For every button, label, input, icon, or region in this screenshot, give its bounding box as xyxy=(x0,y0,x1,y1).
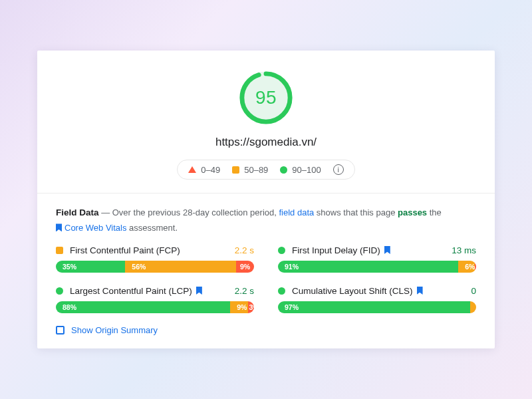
legend-good-label: 90–100 xyxy=(292,165,321,175)
dist-segment-r: 3% xyxy=(475,261,476,273)
metric-value: 0 xyxy=(471,286,476,296)
metric-value: 2.2 s xyxy=(235,245,254,255)
dist-segment-r: 9% xyxy=(236,261,254,273)
field-data-title: Field Data xyxy=(56,207,99,217)
circle-icon xyxy=(56,287,63,295)
score-value: 95 xyxy=(237,69,295,126)
square-icon xyxy=(56,247,63,254)
show-origin-summary[interactable]: Show Origin Summary xyxy=(56,325,476,335)
dist-segment-o: 6% xyxy=(458,261,475,273)
info-icon[interactable]: i xyxy=(333,164,344,175)
cwv-suffix: assessment. xyxy=(126,223,178,233)
metric-name: First Contentful Paint (FCP) xyxy=(70,245,180,255)
bookmark-icon xyxy=(417,287,423,295)
metric-header: Cumulative Layout Shift (CLS)0 xyxy=(278,286,476,296)
dist-segment-g: 88% xyxy=(56,301,230,313)
field-data-header: Field Data — Over the previous 28-day co… xyxy=(56,205,476,235)
dist-segment-g: 35% xyxy=(56,261,125,273)
metric-name: Cumulative Layout Shift (CLS) xyxy=(292,286,413,296)
legend-mid: 50–89 xyxy=(232,165,268,175)
field-data-link[interactable]: field data xyxy=(279,207,314,217)
dist-segment-r: 3% xyxy=(248,301,254,313)
field-data-status: passes xyxy=(398,207,427,217)
dist-segment-o: 9% xyxy=(230,301,248,313)
score-legend: 0–49 50–89 90–100 i xyxy=(177,160,354,180)
bookmark-icon xyxy=(196,287,202,295)
legend-mid-label: 50–89 xyxy=(244,165,268,175)
circle-icon xyxy=(278,247,285,254)
square-icon xyxy=(232,166,239,174)
distribution-bar: 91%6%3% xyxy=(278,261,476,273)
metrics-grid: First Contentful Paint (FCP)2.2 s35%56%9… xyxy=(56,245,476,313)
bookmark-icon xyxy=(384,246,390,254)
triangle-icon xyxy=(188,166,196,173)
bookmark-icon xyxy=(56,223,62,231)
legend-poor-label: 0–49 xyxy=(201,165,220,175)
pagespeed-card: 95 https://sgomedia.vn/ 0–49 50–89 90–10… xyxy=(37,51,495,348)
metric-header: First Input Delay (FID)13 ms xyxy=(278,245,476,255)
fd-intro-mid: shows that this page xyxy=(314,207,398,217)
metric-value: 2.2 s xyxy=(235,286,254,296)
fd-intro-suffix: the xyxy=(427,207,442,217)
score-gauge: 95 xyxy=(237,69,295,126)
distribution-bar: 35%56%9% xyxy=(56,261,254,273)
dist-segment-o: 1% xyxy=(470,301,476,313)
dist-segment-o: 56% xyxy=(125,261,236,273)
metric-fid[interactable]: First Input Delay (FID)13 ms91%6%3% xyxy=(278,245,476,273)
metric-header: First Contentful Paint (FCP)2.2 s xyxy=(56,245,254,255)
metric-name: First Input Delay (FID) xyxy=(292,245,380,255)
distribution-bar: 97%1%2% xyxy=(278,301,476,313)
legend-poor: 0–49 xyxy=(188,165,220,175)
header-section: 95 https://sgomedia.vn/ 0–49 50–89 90–10… xyxy=(56,69,476,180)
metric-name: Largest Contentful Paint (LCP) xyxy=(70,286,192,296)
tested-url: https://sgomedia.vn/ xyxy=(215,136,317,149)
distribution-bar: 88%9%3% xyxy=(56,301,254,313)
metric-value: 13 ms xyxy=(452,245,476,255)
dist-segment-g: 97% xyxy=(278,301,470,313)
divider xyxy=(37,193,495,194)
dist-segment-g: 91% xyxy=(278,261,458,273)
circle-icon xyxy=(280,166,287,174)
metric-fcp[interactable]: First Contentful Paint (FCP)2.2 s35%56%9… xyxy=(56,245,254,273)
fd-intro-prefix: — Over the previous 28-day collection pe… xyxy=(99,207,279,217)
metric-header: Largest Contentful Paint (LCP)2.2 s xyxy=(56,286,254,296)
show-origin-label: Show Origin Summary xyxy=(71,325,158,335)
metric-lcp[interactable]: Largest Contentful Paint (LCP)2.2 s88%9%… xyxy=(56,286,254,313)
legend-good: 90–100 xyxy=(280,165,321,175)
circle-icon xyxy=(278,287,285,295)
metric-cls[interactable]: Cumulative Layout Shift (CLS)097%1%2% xyxy=(278,286,476,313)
checkbox-icon[interactable] xyxy=(56,326,65,334)
core-web-vitals-link[interactable]: Core Web Vitals xyxy=(65,223,126,233)
